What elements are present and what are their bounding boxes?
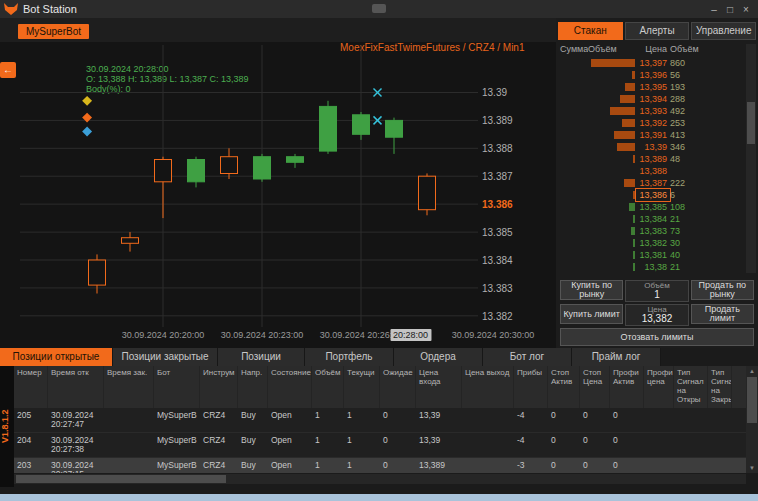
positions-cell: 0	[548, 433, 580, 457]
tab-orders[interactable]: Ордера	[394, 348, 483, 366]
scroll-up-icon[interactable]: ▲	[746, 366, 758, 376]
orderbook-scrollbar[interactable]	[746, 44, 756, 273]
table-row[interactable]: 20330.09.2024 20:27:15MySuperBCRZ4BuyOpe…	[14, 458, 746, 473]
positions-cell: MySuperB	[154, 458, 200, 473]
volume-bar	[588, 249, 636, 261]
volume-bar	[588, 105, 636, 117]
orderbook-volume: 56	[670, 69, 720, 81]
maximize-button[interactable]: □	[722, 4, 738, 15]
positions-horizontal-scrollbar[interactable]	[14, 474, 746, 484]
price-chart[interactable]: ← MoexFixFastTwimeFutures / CRZ4 / Min1 …	[0, 42, 556, 348]
orderbook-volume: 860	[670, 57, 720, 69]
positions-cell: -3	[514, 458, 548, 473]
positions-col-header: Номер	[14, 366, 48, 408]
orderbook-row[interactable]: 13,38948	[560, 153, 742, 165]
bot-tab-mysuperbot[interactable]: MySuperBot	[18, 24, 89, 39]
positions-table: НомерВремя откВремя зак.БотИнструмНапр.С…	[14, 366, 746, 473]
cancel-limits-button[interactable]: Отозвать лимиты	[560, 328, 754, 346]
orderbook-price: 13,38	[636, 261, 670, 273]
orderbook-row[interactable]: 13,387222	[560, 177, 742, 189]
orderbook-row[interactable]: 13,394288	[560, 93, 742, 105]
orderbook-row[interactable]: 13,392253	[560, 117, 742, 129]
table-row[interactable]: 20530.09.2024 20:27:47MySuperBCRZ4BuyOpe…	[14, 408, 746, 433]
orderbook-sum-cell	[560, 201, 588, 213]
price-field[interactable]: Цена 13,382	[625, 304, 688, 326]
positions-cell: 0	[380, 433, 416, 457]
volume-value[interactable]: 1	[626, 290, 687, 300]
tab-positions[interactable]: Позиции	[218, 348, 305, 366]
orderbook-row[interactable]: 13,38140	[560, 249, 742, 261]
orderbook-row[interactable]: 13,3821	[560, 261, 742, 273]
tab-orderbook[interactable]: Стакан	[558, 22, 623, 40]
scrollbar-thumb[interactable]	[747, 102, 755, 144]
positions-cell: 0	[610, 433, 644, 457]
positions-cell: Buy	[238, 408, 268, 432]
orderbook-sum-cell	[560, 105, 588, 117]
window-title: Bot Station	[23, 3, 77, 15]
positions-col-header: Стоп Актив	[548, 366, 580, 408]
y-axis-label: 13.382	[482, 311, 513, 322]
orderbook-row[interactable]: 13,38421	[560, 213, 742, 225]
tab-positions-closed[interactable]: Позиции закрытые	[113, 348, 218, 366]
app-logo-fox-icon	[3, 2, 19, 16]
positions-vertical-scrollbar[interactable]: ▲ ▼	[746, 366, 758, 473]
positions-cell: 30.09.2024 20:27:47	[48, 408, 104, 432]
volume-field[interactable]: Объём 1	[625, 280, 688, 302]
orderbook-sum-cell	[560, 261, 588, 273]
positions-header: НомерВремя откВремя зак.БотИнструмНапр.С…	[14, 366, 746, 408]
tab-positions-open[interactable]: Позиции открытые	[0, 348, 113, 366]
tab-control[interactable]: Управление	[691, 22, 756, 40]
minimize-button[interactable]: –	[706, 4, 722, 15]
orderbook-col-header: Объём	[670, 44, 720, 57]
orderbook-volume: 30	[670, 237, 720, 249]
orderbook-volume: 21	[670, 213, 720, 225]
table-row[interactable]: 20430.09.2024 20:27:38MySuperBCRZ4BuyOpe…	[14, 433, 746, 458]
positions-cell: Buy	[238, 458, 268, 473]
orderbook-price: 13,382	[636, 237, 670, 249]
positions-cell: Open	[268, 458, 312, 473]
close-button[interactable]: ×	[738, 4, 754, 15]
buy-market-button[interactable]: Купить по рынку	[560, 280, 623, 300]
orderbook-volume: 253	[670, 117, 720, 129]
bottom-panel: Позиции открытыеПозиции закрытыеПозицииП…	[0, 348, 758, 494]
orderbook-row[interactable]: 13,393492	[560, 105, 742, 117]
volume-bar	[588, 117, 636, 129]
y-axis-label: 13.388	[482, 143, 513, 154]
orderbook-price: 13,389	[636, 153, 670, 165]
orderbook-price: 13,39	[636, 141, 670, 153]
titlebar[interactable]: Bot Station – □ ×	[0, 0, 758, 19]
positions-col-header: Инструм	[200, 366, 238, 408]
positions-cell: Open	[268, 408, 312, 432]
positions-cell: 204	[14, 433, 48, 457]
orderbook-header: СуммаОбъёмЦенаОбъём	[560, 44, 742, 57]
scroll-down-icon[interactable]: ▼	[746, 463, 758, 473]
sell-limit-button[interactable]: Продать лимит	[691, 304, 754, 324]
volume-bar	[588, 69, 636, 81]
orderbook-row[interactable]: 13,38373	[560, 225, 742, 237]
scrollbar-thumb[interactable]	[747, 377, 757, 423]
orderbook-row[interactable]: 13,388	[560, 165, 742, 177]
orderbook-row[interactable]: 13,39346	[560, 141, 742, 153]
orderbook-row[interactable]: 13,397860	[560, 57, 742, 69]
orderbook-row[interactable]: 13,385108	[560, 201, 742, 213]
tab-bot-log[interactable]: Бот лог	[483, 348, 572, 366]
orderbook-sum-cell	[560, 237, 588, 249]
positions-cell	[104, 408, 154, 432]
volume-bar	[588, 81, 636, 93]
positions-col-header: Время отк	[48, 366, 104, 408]
orderbook-row[interactable]: 13,395193	[560, 81, 742, 93]
tab-portfolio[interactable]: Портфель	[305, 348, 394, 366]
buy-limit-button[interactable]: Купить лимит	[560, 304, 623, 324]
collapse-panel-button[interactable]: ←	[0, 62, 16, 78]
scrollbar-thumb[interactable]	[16, 475, 226, 483]
tab-alerts[interactable]: Алерты	[625, 22, 690, 40]
orderbook-row[interactable]: 13,39656	[560, 69, 742, 81]
orderbook-row[interactable]: 13,391413	[560, 129, 742, 141]
orderbook-row[interactable]: 13,3866	[560, 189, 742, 201]
tab-prime-log[interactable]: Прайм лог	[572, 348, 661, 366]
candlestick-plot[interactable]	[20, 45, 478, 327]
price-value[interactable]: 13,382	[626, 314, 687, 324]
sell-market-button[interactable]: Продать по рынку	[691, 280, 754, 300]
y-axis-label: 13.389	[482, 115, 513, 126]
orderbook-row[interactable]: 13,38230	[560, 237, 742, 249]
